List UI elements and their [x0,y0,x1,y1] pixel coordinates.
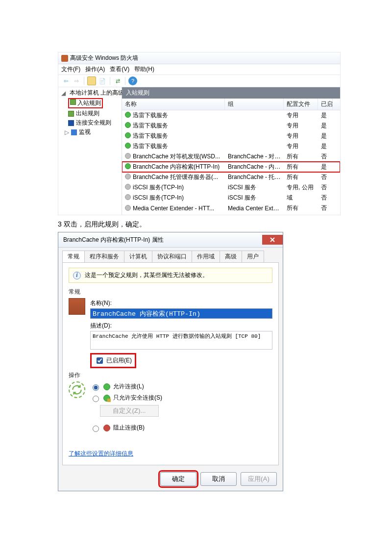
toolbar-separator [84,77,84,85]
table-row[interactable]: iSCSI 服务(TCP-In)iSCSI 服务专用, 公用否 [122,182,340,193]
rules-list-pane: 入站规则 名称 组 配置文件 已启 迅雷下载服务专用是迅雷下载服务专用是迅雷下载… [122,87,340,215]
firewall-window: 高级安全 Windows 防火墙 文件(F) 操作(A) 查看(V) 帮助(H)… [58,52,341,215]
dialog-titlebar[interactable]: BranchCache 内容检索(HTTP-In) 属性 [58,232,283,248]
rule-status-icon [125,132,131,138]
rule-properties-dialog: BranchCache 内容检索(HTTP-In) 属性 常规 程序和服务 计算… [58,232,283,491]
forward-button[interactable]: ⇨ [72,76,81,85]
radio-allow[interactable] [93,384,99,391]
cancel-button[interactable]: 取消 [200,472,237,486]
back-button[interactable]: ⇦ [61,76,70,85]
outbound-icon [68,111,74,117]
desc-field[interactable] [90,331,272,350]
tree-connsec-rules[interactable]: 连接安全规则 [60,118,120,127]
close-button[interactable] [262,235,283,245]
menu-bar[interactable]: 文件(F) 操作(A) 查看(V) 帮助(H) [58,64,340,75]
dialog-button-row: 确定 取消 应用(A) [58,469,283,491]
refresh-button[interactable]: ⇄ [113,76,122,85]
col-profile[interactable]: 配置文件 [284,99,318,110]
menu-action[interactable]: 操作(A) [85,65,105,74]
list-header[interactable]: 名称 组 配置文件 已启 [122,99,340,110]
desc-field-label: 描述(D): [90,322,272,330]
radio-secure[interactable] [93,396,99,402]
table-row[interactable]: 迅雷下载服务专用是 [122,141,340,151]
menu-file[interactable]: 文件(F) [61,65,80,74]
window-titlebar: 高级安全 Windows 防火墙 [58,52,340,64]
connsec-icon [68,120,74,126]
dialog-tabs[interactable]: 常规 程序和服务 计算机 协议和端口 作用域 高级 用户 [58,248,283,262]
instruction-step-3: 3 双击，启用此规则，确定。 [58,220,341,229]
tab-general[interactable]: 常规 [62,251,85,262]
section-general-label: 常规 [69,288,272,296]
radio-secure-label: 只允许安全连接(S) [113,394,162,402]
table-row[interactable]: iSCSI 服务(TCP-In)iSCSI 服务域否 [122,193,340,203]
table-row[interactable]: 迅雷下载服务专用是 [122,121,340,131]
rule-status-icon [125,143,131,149]
help-button[interactable]: ? [128,76,137,85]
enable-checkbox-row[interactable]: 已启用(E) [90,353,136,368]
learn-more-link[interactable]: 了解这些设置的详细信息 [69,450,133,458]
radio-block[interactable] [93,426,99,432]
name-field[interactable] [90,308,272,319]
info-icon: i [73,272,81,279]
rule-status-icon [125,174,131,179]
tab-programs[interactable]: 程序和服务 [84,251,124,262]
toolbar-separator [110,77,110,85]
tab-advanced[interactable]: 高级 [220,251,242,262]
rule-status-icon [125,112,131,118]
radio-allow-connection[interactable]: 允许连接(L) [90,382,272,391]
enable-checkbox[interactable] [97,357,103,364]
apply-button[interactable]: 应用(A) [241,472,277,486]
customize-button: 自定义(Z)... [100,405,159,417]
ok-button[interactable]: 确定 [160,472,196,486]
tree-connsec-label: 连接安全规则 [76,119,111,127]
tab-protocols[interactable]: 协议和端口 [152,251,192,262]
tab-computers[interactable]: 计算机 [124,251,152,262]
table-row[interactable]: BranchCache 对等机发现(WSD...BranchCache - 对等… [122,151,340,162]
tab-users[interactable]: 用户 [242,251,264,262]
table-row[interactable]: BranchCache 内容检索(HTTP-In)BranchCache - 内… [122,162,340,172]
tree-root[interactable]: ◢ 本地计算机 上的高级安全 [60,88,120,98]
table-row[interactable]: 迅雷下载服务专用是 [122,131,340,141]
tab-panel-general: i 这是一个预定义规则，其某些属性无法被修改。 常规 名称(N): 描述(D):… [62,262,279,465]
table-row[interactable]: BranchCache 托管缓存服务器(...BranchCache - 托管.… [122,172,340,182]
table-row[interactable]: Media Center Extender - qW...Media Cente… [122,213,340,215]
block-icon [103,425,110,431]
firewall-icon [61,55,68,62]
radio-allow-label: 允许连接(L) [113,382,144,391]
list-caption: 入站规则 [122,87,340,99]
rules-rows[interactable]: 迅雷下载服务专用是迅雷下载服务专用是迅雷下载服务专用是迅雷下载服务专用是Bran… [122,110,340,215]
tree-monitor[interactable]: ▷ 监视 [60,127,120,137]
action-recycle-icon [69,381,85,398]
section-action-label: 操作 [69,371,272,379]
radio-block-connection[interactable]: 阻止连接(B) [90,424,272,432]
tree-inbound-label: 入站规则 [77,100,101,106]
menu-help[interactable]: 帮助(H) [134,65,154,74]
predefined-rule-notice: i 这是一个预定义规则，其某些属性无法被修改。 [69,268,272,283]
rule-status-icon [125,184,131,190]
name-field-label: 名称(N): [90,299,272,307]
properties-button[interactable]: 📄 [98,76,107,85]
firewall-brick-icon [69,298,85,315]
table-row[interactable]: Media Center Extender - HTT...Media Cent… [122,203,340,213]
enable-label: 已启用(E) [106,356,132,365]
tree-inbound-rules[interactable]: 入站规则 [60,98,120,109]
dialog-title: BranchCache 内容检索(HTTP-In) 属性 [63,236,164,244]
col-name[interactable]: 名称 [122,99,225,110]
toolbar: ⇦ ⇨ 📄 ⇄ ? [58,75,340,87]
window-title: 高级安全 Windows 防火墙 [70,54,138,62]
table-row[interactable]: 迅雷下载服务专用是 [122,110,340,121]
expand-icon[interactable]: ▷ [64,129,69,136]
rule-status-icon [125,163,131,169]
tree-outbound-label: 出站规则 [76,109,99,118]
expand-icon[interactable]: ◢ [61,90,66,97]
radio-block-label: 阻止连接(B) [113,424,145,432]
menu-view[interactable]: 查看(V) [110,65,129,74]
tree-outbound-rules[interactable]: 出站规则 [60,109,120,118]
col-enabled[interactable]: 已启 [318,99,333,110]
radio-allow-secure-connection[interactable]: 只允许安全连接(S) [90,394,272,402]
col-group[interactable]: 组 [225,99,284,110]
tree-pane[interactable]: ◢ 本地计算机 上的高级安全 入站规则 出站规则 连接安全规则 [58,87,122,215]
show-tree-button[interactable] [87,76,96,85]
highlight-inbound: 入站规则 [68,98,103,108]
tab-scope[interactable]: 作用域 [192,251,220,262]
